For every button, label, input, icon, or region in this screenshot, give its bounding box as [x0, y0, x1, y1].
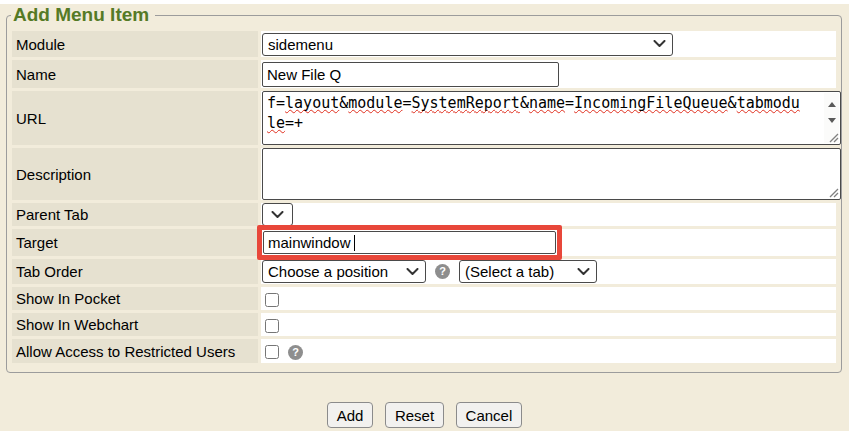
form-row-show-in-webchart: Show In Webchart	[12, 313, 836, 336]
name-input[interactable]	[262, 62, 559, 87]
field-cell-url: f=layout&module=SystemReport&name=Incomi…	[261, 91, 836, 145]
form-row-name: Name	[12, 60, 836, 88]
chevron-down-icon	[653, 40, 666, 48]
cancel-button[interactable]: Cancel	[456, 402, 523, 428]
target-input[interactable]	[263, 231, 556, 254]
field-cell-target	[261, 229, 836, 256]
button-row: Add Reset Cancel	[0, 402, 849, 428]
chevron-down-icon	[271, 211, 284, 219]
form-title: Add Menu Item	[11, 4, 155, 26]
field-cell-description	[261, 148, 836, 200]
chevron-down-icon	[577, 268, 590, 276]
description-textarea[interactable]	[262, 148, 841, 200]
show-in-pocket-checkbox[interactable]	[265, 293, 279, 307]
field-cell-show-in-pocket	[261, 287, 836, 310]
help-icon[interactable]: ?	[435, 264, 450, 279]
field-label-target: Target	[12, 229, 258, 256]
form-row-parent-tab: Parent Tab	[12, 203, 836, 226]
form-row-tab-order: Tab Order Choose a position ? (Select a …	[12, 259, 836, 284]
field-label-show-in-webchart: Show In Webchart	[12, 313, 258, 336]
tab-order-tab-value: (Select a tab)	[465, 263, 554, 280]
show-in-webchart-checkbox[interactable]	[265, 319, 279, 333]
tab-order-position-value: Choose a position	[268, 263, 388, 280]
field-label-show-in-pocket: Show In Pocket	[12, 287, 258, 310]
field-cell-allow-restricted: ?	[261, 339, 836, 363]
form-row-description: Description	[12, 148, 836, 200]
scroll-up-icon[interactable]	[824, 97, 839, 112]
scroll-down-icon[interactable]	[824, 113, 839, 128]
field-label-name: Name	[12, 60, 258, 88]
text-cursor	[354, 235, 355, 251]
tab-order-position-select[interactable]: Choose a position	[262, 260, 426, 283]
field-label-allow-restricted: Allow Access to Restricted Users	[12, 339, 258, 363]
field-cell-module: sidemenu	[261, 31, 836, 57]
resize-grip-icon[interactable]	[829, 188, 839, 198]
field-label-parent-tab: Parent Tab	[12, 203, 258, 226]
field-label-module: Module	[12, 31, 258, 57]
help-icon[interactable]: ?	[288, 345, 303, 360]
field-label-tab-order: Tab Order	[12, 259, 258, 284]
field-label-description: Description	[12, 148, 258, 200]
parent-tab-select[interactable]	[262, 203, 293, 226]
add-button[interactable]: Add	[327, 402, 374, 428]
reset-button[interactable]: Reset	[385, 402, 444, 428]
resize-grip-icon[interactable]	[829, 133, 839, 143]
field-cell-name	[261, 60, 836, 88]
annotation-highlight-box	[257, 225, 562, 260]
module-select[interactable]: sidemenu	[262, 33, 673, 56]
page-background: Add Menu Item Module sidemenu Name URL	[0, 4, 849, 431]
tab-order-tab-select[interactable]: (Select a tab)	[459, 260, 597, 283]
field-cell-show-in-webchart	[261, 313, 836, 336]
form-row-show-in-pocket: Show In Pocket	[12, 287, 836, 310]
form-table: Module sidemenu Name URL f=l	[9, 28, 839, 366]
allow-restricted-checkbox[interactable]	[265, 345, 279, 359]
chevron-down-icon	[406, 268, 419, 276]
module-select-value: sidemenu	[268, 36, 333, 53]
field-cell-tab-order: Choose a position ? (Select a tab)	[261, 259, 836, 284]
field-label-url: URL	[12, 91, 258, 145]
form-row-module: Module sidemenu	[12, 31, 836, 57]
url-textarea[interactable]: f=layout&module=SystemReport&name=Incomi…	[262, 91, 841, 145]
form-row-url: URL f=layout&module=SystemReport&name=In…	[12, 91, 836, 145]
add-menu-item-fieldset: Add Menu Item Module sidemenu Name URL	[6, 4, 842, 373]
field-cell-parent-tab	[261, 203, 836, 226]
form-row-allow-restricted: Allow Access to Restricted Users ?	[12, 339, 836, 363]
url-text: f=layout&module=SystemReport&name=Incomi…	[267, 93, 809, 133]
form-row-target: Target	[12, 229, 836, 256]
